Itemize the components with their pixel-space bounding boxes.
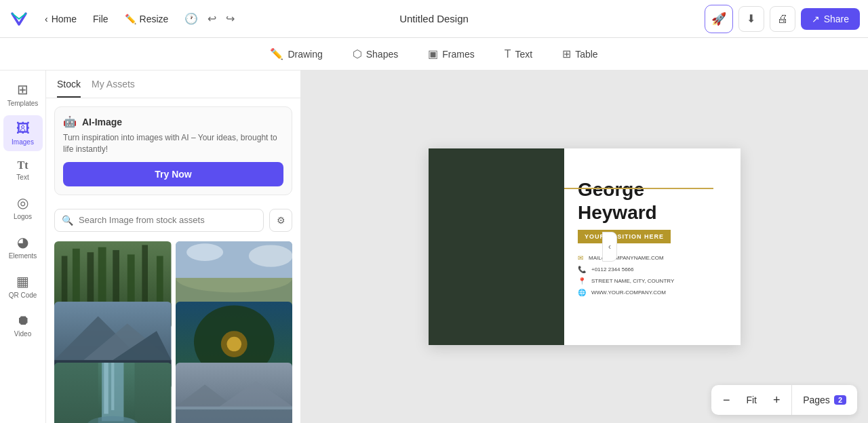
- qrcode-icon: ▦: [16, 273, 29, 289]
- svg-rect-31: [54, 363, 98, 423]
- card-gold-line: [564, 188, 713, 189]
- pages-count-badge: 2: [834, 395, 846, 405]
- filter-button[interactable]: ⚙: [269, 209, 292, 232]
- sidebar-item-text[interactable]: Tt Text: [3, 154, 43, 186]
- bottom-bar: − Fit + Pages 2: [711, 385, 857, 415]
- tool-table[interactable]: ⊞ Table: [555, 43, 604, 64]
- home-button[interactable]: ‹ Home: [38, 9, 83, 28]
- card-phone-row: 📞 +0112 2344 5666: [578, 266, 727, 273]
- try-now-button[interactable]: Try Now: [63, 162, 283, 186]
- tool-frames[interactable]: ▣ Frames: [421, 43, 481, 64]
- tab-my-assets[interactable]: My Assets: [92, 79, 135, 98]
- frames-icon: ▣: [428, 47, 438, 60]
- undo-redo-group: 🕐 ↩ ↪: [180, 8, 239, 29]
- svg-rect-29: [111, 363, 114, 410]
- ai-title: AI-Image: [82, 117, 122, 127]
- pages-button[interactable]: Pages 2: [791, 385, 857, 415]
- redo-button[interactable]: ↪: [222, 8, 239, 29]
- email-icon: ✉: [578, 254, 583, 262]
- sidebar-item-video[interactable]: ⏺ Video: [3, 307, 43, 343]
- card-address-row: 📍 STREET NAME, CITY, COUNTRY: [578, 277, 727, 285]
- zoom-label: Fit: [741, 395, 762, 405]
- text-sidebar-icon: Tt: [18, 159, 28, 172]
- sidebar-icons: ⊞ Templates 🖼 Images Tt Text ◎ Logos ◕ E…: [0, 70, 46, 423]
- tool-text[interactable]: T Text: [498, 44, 539, 64]
- topbar: ‹ Home File ✏️ Resize 🕐 ↩ ↪ Untitled Des…: [0, 0, 868, 38]
- text-icon: T: [505, 48, 511, 60]
- toolbar2: ✏️ Drawing ⬡ Shapes ▣ Frames T Text ⊞ Ta…: [0, 38, 868, 70]
- card-website-row: 🌐 WWW.YOUR-COMPANY.COM: [578, 289, 727, 296]
- logos-icon: ◎: [17, 195, 28, 211]
- ai-icon: 🤖: [63, 115, 77, 128]
- card-contacts: ✉ MAIL@COMPANYNAME.COM 📞 +0112 2344 5666…: [578, 254, 727, 296]
- image-grid: [46, 237, 300, 423]
- tool-drawing[interactable]: ✏️ Drawing: [263, 43, 329, 64]
- undo-button[interactable]: ↩: [203, 8, 220, 29]
- resize-icon: ✏️: [125, 14, 136, 24]
- search-row: 🔍 ⚙: [54, 209, 292, 232]
- svg-point-25: [226, 337, 241, 352]
- search-icon: 🔍: [62, 215, 73, 226]
- sidebar-item-logos[interactable]: ◎ Logos: [3, 189, 43, 226]
- svg-rect-28: [104, 363, 108, 414]
- ai-description: Turn inspiration into images with AI – Y…: [63, 132, 283, 155]
- svg-rect-32: [135, 363, 172, 423]
- website-icon: 🌐: [578, 289, 586, 296]
- main-layout: ⊞ Templates 🖼 Images Tt Text ◎ Logos ◕ E…: [0, 70, 868, 423]
- svg-point-15: [186, 243, 223, 261]
- tab-stock[interactable]: Stock: [57, 79, 81, 98]
- elements-icon: ◕: [17, 234, 28, 250]
- image-item-6[interactable]: [176, 363, 293, 423]
- card-right-panel: GeorgeHeyward YOUR POSITION HERE ✉ MAIL@…: [564, 148, 741, 345]
- phone-icon: 📞: [578, 266, 586, 273]
- chevron-left-icon: ‹: [608, 242, 611, 251]
- magic-button[interactable]: 🚀: [705, 5, 733, 33]
- shapes-icon: ⬡: [353, 47, 362, 60]
- drawing-icon: ✏️: [270, 47, 283, 60]
- sidebar-item-qrcode[interactable]: ▦ QR Code: [3, 268, 43, 304]
- panel-collapse-button[interactable]: ‹: [602, 232, 617, 262]
- video-icon: ⏺: [16, 313, 30, 328]
- filter-icon: ⚙: [277, 215, 285, 226]
- zoom-in-button[interactable]: +: [762, 385, 791, 415]
- sidebar-item-images[interactable]: 🖼 Images: [3, 115, 43, 151]
- home-icon: ‹: [45, 14, 48, 24]
- images-icon: 🖼: [16, 121, 30, 136]
- card-left-panel: [429, 148, 564, 345]
- panel-tabs: Stock My Assets: [46, 70, 300, 98]
- design-canvas: GeorgeHeyward YOUR POSITION HERE ✉ MAIL@…: [429, 148, 741, 345]
- canvas-area: GeorgeHeyward YOUR POSITION HERE ✉ MAIL@…: [301, 70, 868, 423]
- topbar-nav: ‹ Home File ✏️ Resize: [38, 9, 175, 28]
- svg-point-14: [248, 245, 292, 266]
- left-panel: Stock My Assets 🤖 AI-Image Turn inspirat…: [46, 70, 301, 423]
- table-icon: ⊞: [562, 47, 571, 60]
- print-button[interactable]: 🖨: [770, 6, 795, 32]
- card-position: YOUR POSITION HERE: [578, 230, 671, 243]
- card-name: GeorgeHeyward: [578, 178, 727, 224]
- sidebar-item-templates[interactable]: ⊞ Templates: [3, 76, 43, 113]
- image-item-5[interactable]: [54, 363, 172, 423]
- svg-rect-37: [176, 406, 293, 409]
- topbar-actions: 🚀 ⬇ 🖨 ↗ Share: [705, 5, 860, 33]
- sidebar-item-elements[interactable]: ◕ Elements: [3, 228, 43, 265]
- share-icon: ↗: [812, 14, 820, 24]
- history-button[interactable]: 🕐: [180, 8, 202, 29]
- search-input[interactable]: [79, 215, 256, 225]
- templates-icon: ⊞: [17, 81, 28, 98]
- download-button[interactable]: ⬇: [738, 6, 764, 32]
- design-title: Untitled Design: [399, 13, 469, 24]
- search-box: 🔍: [54, 209, 264, 232]
- resize-button[interactable]: ✏️ Resize: [118, 9, 176, 28]
- zoom-out-button[interactable]: −: [711, 385, 741, 415]
- app-logo: [8, 8, 30, 30]
- card-email-row: ✉ MAIL@COMPANYNAME.COM: [578, 254, 727, 262]
- file-button[interactable]: File: [86, 9, 115, 28]
- tool-shapes[interactable]: ⬡ Shapes: [346, 43, 405, 64]
- share-button[interactable]: ↗ Share: [801, 8, 860, 30]
- ai-card-header: 🤖 AI-Image: [63, 115, 283, 128]
- ai-image-card: 🤖 AI-Image Turn inspiration into images …: [54, 106, 292, 195]
- location-icon: 📍: [578, 277, 586, 285]
